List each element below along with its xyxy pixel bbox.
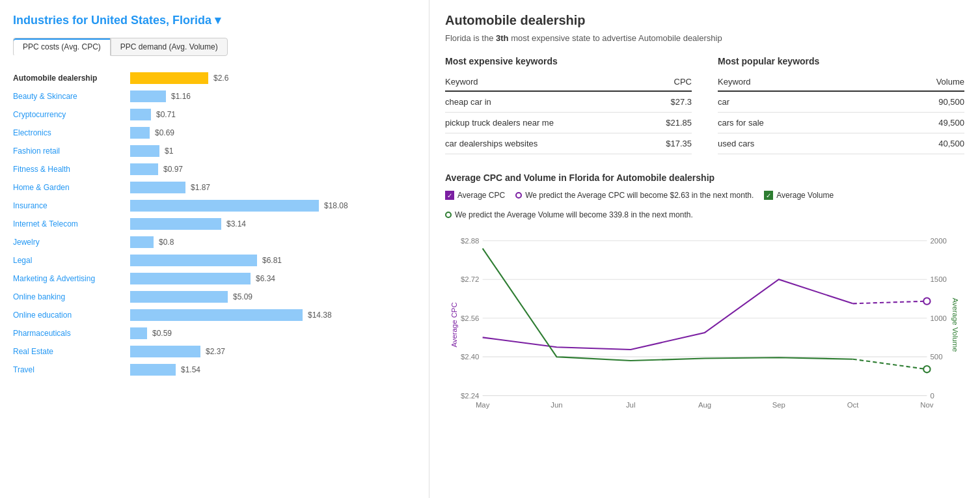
svg-text:500: 500 xyxy=(931,353,943,361)
svg-text:0: 0 xyxy=(931,392,934,400)
table-row: used cars40,500 xyxy=(718,133,964,154)
legend-predict-cpc: We predict the Average CPC will become $… xyxy=(515,191,754,200)
cpc-cell: $21.85 xyxy=(644,113,692,133)
svg-text:$2.24: $2.24 xyxy=(461,392,479,400)
industry-name[interactable]: Electronics xyxy=(13,128,130,137)
legend-avg-vol: ✓ Average Volume xyxy=(764,191,834,200)
expensive-keywords-table: Most expensive keywords Keyword CPC chea… xyxy=(445,56,692,154)
location-text: Florida xyxy=(172,14,211,27)
table-row: car dealerships websites$17.35 xyxy=(445,133,692,154)
cpc-cell: $27.3 xyxy=(644,91,692,113)
industry-name[interactable]: Cryptocurrency xyxy=(13,110,130,119)
bar-value: $1.87 xyxy=(191,183,210,192)
chart-wrapper: $2.88$2.72$2.56$2.40$2.24200015001000500… xyxy=(445,227,964,422)
tab-ppc-demand[interactable]: PPC demand (Avg. Volume) xyxy=(111,38,228,56)
avg-cpc-check: ✓ xyxy=(445,191,454,200)
page-title: Industries for United States, Florida ▾ xyxy=(13,13,416,27)
popular-title: Most popular keywords xyxy=(718,56,964,66)
industry-row: Pharmaceuticals$0.59 xyxy=(13,324,416,342)
volume-cell: 49,500 xyxy=(871,113,964,133)
volume-cell: 40,500 xyxy=(871,133,964,154)
industry-row: Cryptocurrency$0.71 xyxy=(13,105,416,124)
bar-value: $5.09 xyxy=(233,292,252,301)
bar-value: $18.08 xyxy=(324,201,348,210)
industry-row: Beauty & Skincare$1.16 xyxy=(13,87,416,105)
bar-value: $1.16 xyxy=(171,92,191,101)
svg-text:Average CPC: Average CPC xyxy=(450,302,458,347)
keyword-cell: car xyxy=(718,91,871,113)
bar xyxy=(130,218,221,230)
legend-predict-vol: We predict the Average Volume will becom… xyxy=(445,210,693,219)
keyword-cell: car dealerships websites xyxy=(445,133,644,154)
industry-name[interactable]: Legal xyxy=(13,256,130,265)
industry-row: Legal$6.81 xyxy=(13,251,416,270)
industry-name[interactable]: Internet & Telecom xyxy=(13,219,130,228)
industry-name[interactable]: Real Estate xyxy=(13,347,130,356)
left-panel: Industries for United States, Florida ▾ … xyxy=(0,0,429,498)
chart-title: Average CPC and Volume in Florida for Au… xyxy=(445,173,964,183)
bar xyxy=(130,346,200,357)
cpc-volume-chart: $2.88$2.72$2.56$2.40$2.24200015001000500… xyxy=(445,227,964,422)
bar-area: $2.6 xyxy=(130,72,416,84)
bar xyxy=(130,163,158,175)
pop-col-keyword: Keyword xyxy=(718,73,871,91)
subtitle-post: most expensive state to advertise Automo… xyxy=(511,33,722,43)
industry-name[interactable]: Fitness & Health xyxy=(13,165,130,174)
subtitle-rank: 3th xyxy=(496,33,509,43)
svg-text:Jul: Jul xyxy=(626,401,636,409)
svg-text:$2.40: $2.40 xyxy=(461,353,479,361)
volume-cell: 90,500 xyxy=(871,91,964,113)
predict-cpc-text: We predict the Average CPC will become $… xyxy=(525,191,754,200)
industry-name[interactable]: Insurance xyxy=(13,201,130,210)
svg-text:May: May xyxy=(476,401,490,409)
bar-value: $6.34 xyxy=(256,274,275,283)
exp-col-keyword: Keyword xyxy=(445,73,644,91)
svg-text:$2.72: $2.72 xyxy=(461,275,479,283)
bar-value: $1 xyxy=(165,146,173,156)
bar-area: $14.38 xyxy=(130,309,416,321)
industry-name[interactable]: Jewelry xyxy=(13,238,130,247)
keyword-cell: cheap car in xyxy=(445,91,644,113)
bar-area: $1.54 xyxy=(130,364,416,376)
bar-area: $0.69 xyxy=(130,127,416,139)
popular-keywords-table: Most popular keywords Keyword Volume car… xyxy=(718,56,964,154)
avg-vol-check: ✓ xyxy=(764,191,773,200)
table-row: cars for sale49,500 xyxy=(718,113,964,133)
svg-text:1500: 1500 xyxy=(931,275,947,283)
predict-vol-text: We predict the Average Volume will becom… xyxy=(455,210,693,219)
bar xyxy=(130,255,257,266)
industry-name[interactable]: Fashion retail xyxy=(13,146,130,156)
industry-name[interactable]: Pharmaceuticals xyxy=(13,329,130,338)
table-row: cheap car in$27.3 xyxy=(445,91,692,113)
industry-name[interactable]: Travel xyxy=(13,365,130,374)
industry-name[interactable]: Beauty & Skincare xyxy=(13,92,130,101)
location-link[interactable]: Florida ▾ xyxy=(172,14,221,27)
bar-area: $0.8 xyxy=(130,236,416,248)
svg-point-22 xyxy=(923,297,930,304)
main-container: Industries for United States, Florida ▾ … xyxy=(0,0,980,498)
industry-row: Fitness & Health$0.97 xyxy=(13,160,416,178)
tab-ppc-costs[interactable]: PPC costs (Avg. CPC) xyxy=(13,38,111,56)
bar xyxy=(130,273,251,284)
avg-vol-label: Average Volume xyxy=(776,191,834,200)
svg-point-23 xyxy=(923,366,930,372)
bar-value: $0.69 xyxy=(155,128,174,137)
exp-col-cpc: CPC xyxy=(644,73,692,91)
svg-text:$2.88: $2.88 xyxy=(461,237,479,245)
tab-bar: PPC costs (Avg. CPC) PPC demand (Avg. Vo… xyxy=(13,38,416,56)
legend-avg-cpc: ✓ Average CPC xyxy=(445,191,505,200)
table-row: car90,500 xyxy=(718,91,964,113)
bar xyxy=(130,109,151,120)
industry-name[interactable]: Marketing & Advertising xyxy=(13,274,130,283)
title-text: Industries for United States, xyxy=(13,14,169,27)
industry-row: Online education$14.38 xyxy=(13,306,416,324)
industry-name[interactable]: Home & Garden xyxy=(13,183,130,192)
industry-name[interactable]: Online banking xyxy=(13,292,130,301)
keyword-cell: used cars xyxy=(718,133,871,154)
industry-name[interactable]: Online education xyxy=(13,311,130,320)
industry-row: Travel$1.54 xyxy=(13,361,416,379)
expensive-title: Most expensive keywords xyxy=(445,56,692,66)
bar-value: $2.6 xyxy=(213,74,228,83)
bar-area: $3.14 xyxy=(130,218,416,230)
chart-legend: ✓ Average CPC We predict the Average CPC… xyxy=(445,191,964,219)
